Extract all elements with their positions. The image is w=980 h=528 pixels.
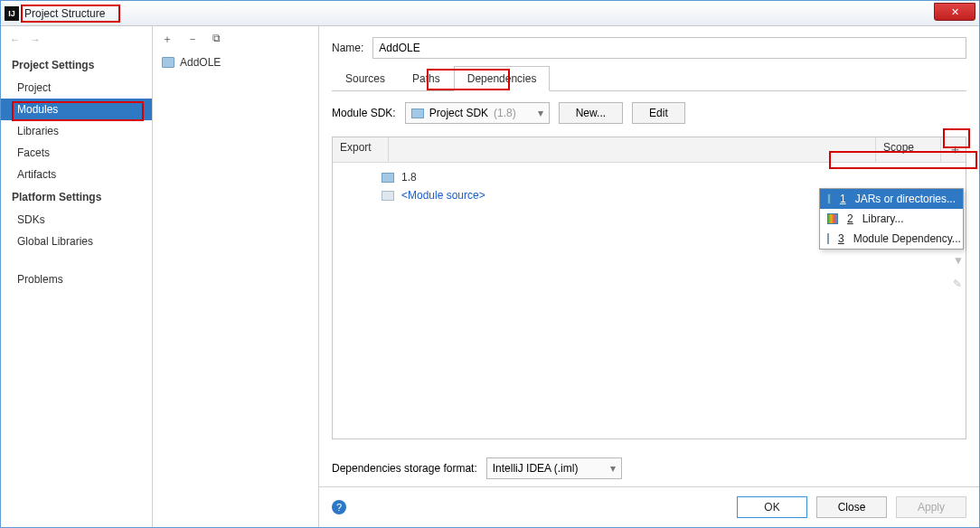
dependencies-table: Export Scope ＋ 1.8 <Module source> (332, 137, 966, 439)
app-icon: IJ (5, 6, 19, 21)
chevron-down-icon: ▾ (610, 462, 616, 475)
popup-num: 1 (840, 193, 846, 205)
add-dependency-popup: 1 JARs or directories... 2 Library... 3 … (819, 188, 964, 250)
titlebar: IJ Project Structure ✕ (1, 1, 979, 26)
module-name-input[interactable] (372, 37, 966, 59)
storage-format-label: Dependencies storage format: (332, 462, 477, 475)
back-icon[interactable]: ← (10, 33, 21, 46)
popup-label: JARs or directories... (855, 193, 956, 205)
jdk-folder-icon (382, 173, 394, 183)
module-tabs: Sources Paths Dependencies (332, 66, 966, 91)
copy-module-icon[interactable]: ⧉ (212, 32, 221, 47)
popup-item-library[interactable]: 2 Library... (820, 209, 963, 229)
dependency-label: <Module source> (401, 189, 485, 202)
remove-module-icon[interactable]: － (187, 32, 198, 47)
module-sdk-combo[interactable]: Project SDK (1.8) ▾ (405, 102, 550, 124)
sdk-version: (1.8) (494, 107, 516, 119)
popup-label: Library... (862, 212, 904, 225)
section-project-settings: Project Settings (1, 53, 152, 77)
sidebar-item-global-libraries[interactable]: Global Libraries (1, 231, 152, 252)
module-folder-icon (162, 57, 174, 68)
dependency-label: 1.8 (401, 171, 417, 184)
col-scope[interactable]: Scope (875, 137, 940, 162)
section-platform-settings: Platform Settings (1, 185, 152, 209)
sidebar-item-sdks[interactable]: SDKs (1, 209, 152, 231)
help-icon[interactable]: ? (332, 500, 346, 514)
sdk-folder-icon (411, 108, 424, 118)
move-down-icon[interactable]: ▼ (953, 254, 964, 267)
module-list-panel: ＋ － ⧉ AddOLE (153, 26, 319, 527)
tab-sources[interactable]: Sources (332, 66, 399, 91)
popup-item-module-dep[interactable]: 3 Module Dependency... (820, 229, 963, 249)
settings-sidebar: ← → Project Settings Project Modules Lib… (1, 26, 153, 527)
tab-paths[interactable]: Paths (399, 66, 454, 91)
jar-icon (827, 193, 831, 204)
dialog-footer: ? OK Close Apply (319, 486, 979, 527)
sidebar-item-project[interactable]: Project (1, 77, 152, 99)
popup-item-jars[interactable]: 1 JARs or directories... (820, 189, 963, 209)
window-title: Project Structure (24, 7, 105, 20)
sdk-value: Project SDK (429, 107, 488, 119)
library-icon (827, 213, 838, 224)
dependency-row-jdk[interactable]: 1.8 (333, 168, 966, 186)
close-button[interactable]: Close (816, 496, 887, 518)
edit-dependency-icon[interactable]: ✎ (953, 278, 964, 290)
sidebar-item-artifacts[interactable]: Artifacts (1, 164, 152, 185)
module-sdk-label: Module SDK: (332, 107, 396, 119)
col-export[interactable]: Export (333, 137, 389, 162)
forward-icon[interactable]: → (30, 33, 41, 46)
module-dep-icon (827, 233, 829, 244)
popup-label: Module Dependency... (853, 232, 961, 245)
edit-sdk-button[interactable]: Edit (632, 102, 685, 124)
sidebar-item-libraries[interactable]: Libraries (1, 120, 152, 142)
col-name (389, 137, 875, 162)
sidebar-item-facets[interactable]: Facets (1, 142, 152, 164)
name-label: Name: (332, 42, 363, 54)
popup-num: 2 (847, 212, 853, 225)
storage-format-value: IntelliJ IDEA (.iml) (493, 462, 579, 475)
storage-format-combo[interactable]: IntelliJ IDEA (.iml) ▾ (486, 457, 622, 479)
ok-button[interactable]: OK (737, 496, 807, 518)
close-icon[interactable]: ✕ (934, 3, 975, 21)
apply-button[interactable]: Apply (896, 496, 966, 518)
add-dependency-button[interactable]: ＋ (940, 137, 966, 162)
tab-dependencies[interactable]: Dependencies (454, 66, 551, 91)
project-structure-window: IJ Project Structure ✕ ← → Project Setti… (0, 0, 980, 528)
add-module-icon[interactable]: ＋ (162, 32, 173, 47)
module-item-addole[interactable]: AddOLE (153, 52, 318, 72)
sidebar-item-problems[interactable]: Problems (1, 269, 152, 290)
sidebar-item-modules[interactable]: Modules (1, 99, 152, 120)
module-item-label: AddOLE (180, 56, 221, 69)
module-source-folder-icon (382, 191, 394, 201)
module-detail-panel: Name: Sources Paths Dependencies Module … (319, 26, 979, 527)
chevron-down-icon: ▾ (538, 107, 543, 119)
popup-num: 3 (838, 232, 844, 245)
new-sdk-button[interactable]: New... (559, 102, 623, 124)
